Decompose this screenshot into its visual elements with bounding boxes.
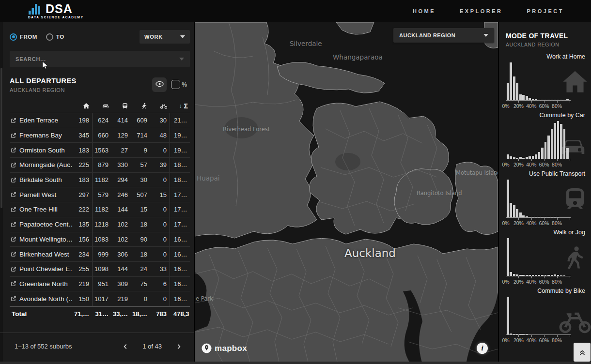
external-link-icon[interactable] [11, 133, 16, 138]
total-sum-cell: 478,3 [170, 310, 190, 318]
region-selector-value: AUCKLAND REGION [399, 32, 455, 38]
value-cell: 144 [111, 265, 131, 273]
suburb-name-cell: One Tree Hill [10, 206, 73, 213]
page-indicator: 1 of 43 [142, 343, 162, 350]
suburb-row[interactable]: Parnell West2975792465071517… [10, 187, 190, 202]
search-input[interactable] [16, 56, 179, 62]
visibility-toggle-button[interactable] [152, 77, 167, 92]
nav-item-project[interactable]: PROJECT [527, 8, 564, 14]
sum-cell: 18… [170, 158, 190, 172]
external-link-icon[interactable] [11, 281, 16, 287]
public-transport-icon[interactable] [111, 102, 131, 110]
chart-title: Use Public Transport [499, 170, 591, 179]
suburb-name-cell: Greenlane North [10, 280, 73, 288]
value-cell: 222 [73, 206, 92, 213]
suburb-row[interactable]: Papatoetoe Cent…135121810218017… [10, 217, 190, 232]
x-tick-label: 0% [499, 103, 513, 109]
nav-item-explorer[interactable]: EXPLORER [460, 8, 503, 14]
chart-title: Commute by Car [499, 112, 591, 120]
mode-of-travel-panel: MODE OF TRAVEL AUCKLAND REGION Work at H… [499, 22, 591, 364]
home-icon[interactable] [73, 102, 92, 110]
value-cell: 414 [111, 117, 131, 124]
external-link-icon[interactable] [11, 266, 16, 272]
region-selector-dropdown[interactable]: AUCKLAND REGION [393, 28, 494, 43]
radio-selected-icon[interactable] [10, 33, 17, 41]
mapbox-attribution[interactable]: mapbox [201, 343, 247, 354]
suburb-row[interactable]: Morningside (Auc…225879330573918… [10, 158, 190, 173]
value-cell: 246 [111, 191, 131, 198]
x-tick-label: 40% [525, 337, 538, 343]
suburb-row[interactable]: Greenlane North21995130975616… [10, 277, 190, 292]
map-info-button[interactable]: i [477, 343, 488, 354]
value-cell: 234 [73, 251, 92, 258]
value-cell: 30 [131, 176, 150, 183]
external-link-icon[interactable] [11, 207, 16, 212]
chart-title: Work at Home [499, 53, 591, 61]
percent-checkbox-label: % [182, 81, 187, 88]
value-cell: 951 [92, 277, 111, 291]
value-cell: 507 [131, 191, 150, 198]
suburb-row[interactable]: Avondale North (…15010172190016… [10, 291, 190, 306]
sum-cell: 16… [170, 247, 190, 261]
value-cell: 0 [131, 295, 150, 303]
nav-item-home[interactable]: HOME [413, 8, 435, 14]
suburb-name-cell: Papatoetoe Cent… [10, 221, 73, 228]
chart-plot [506, 120, 574, 159]
sum-cell: 17… [170, 217, 190, 232]
value-cell: 1563 [92, 143, 111, 157]
prev-page-button[interactable] [121, 342, 130, 351]
suburb-row[interactable]: Point Chevalier E…2551098144243316… [10, 262, 190, 277]
brand-name: DSA [46, 3, 73, 15]
suburb-row[interactable]: Eden Terrace1986244146093021… [10, 113, 190, 128]
suburb-name: Morningside (Auc… [19, 161, 73, 168]
external-link-icon[interactable] [11, 118, 16, 123]
map-canvas[interactable]: SilverdaleWhangaparaoaRiverhead ForestHu… [195, 22, 498, 364]
external-link-icon[interactable] [11, 296, 16, 302]
suburb-row[interactable]: Mount Wellingto…156108310290016… [10, 232, 190, 247]
work-dropdown[interactable]: WORK [140, 30, 190, 44]
suburb-name: Birkenhead West [19, 251, 69, 258]
suburb-name: Eden Terrace [19, 117, 58, 124]
value-cell: 30 [150, 117, 170, 124]
to-radio[interactable]: TO [46, 33, 64, 41]
radio-unselected-icon[interactable] [46, 33, 53, 41]
bike-icon[interactable] [150, 102, 170, 110]
map-render [195, 22, 498, 364]
suburb-name: Point Chevalier E… [19, 265, 73, 273]
suburb-search[interactable] [10, 51, 190, 67]
departures-table: ↓Σ Eden Terrace1986244146093021…Freemans… [10, 99, 190, 321]
suburb-name: Parnell West [19, 191, 56, 198]
value-cell: 102 [111, 221, 131, 228]
suburb-row[interactable]: Birkdale South183118229430018… [10, 173, 190, 188]
external-link-icon[interactable] [11, 177, 16, 183]
next-page-button[interactable] [174, 342, 183, 351]
x-tick-label: 40% [525, 220, 538, 226]
suburb-row[interactable]: Ormiston South1831563279019… [10, 143, 190, 158]
external-link-icon[interactable] [11, 162, 16, 168]
histogram-bars [506, 62, 570, 100]
chart-plot [506, 296, 574, 334]
suburb-row[interactable]: Freemans Bay3456601297144819… [10, 128, 190, 143]
external-link-icon[interactable] [11, 251, 16, 257]
car-icon[interactable] [92, 102, 111, 110]
suburb-row[interactable]: One Tree Hill222118214415017… [10, 202, 190, 217]
percent-checkbox[interactable] [171, 80, 180, 89]
chevron-down-icon [179, 58, 184, 61]
external-link-icon[interactable] [11, 147, 16, 153]
suburb-name: Freemans Bay [19, 132, 62, 139]
external-link-icon[interactable] [11, 236, 16, 242]
x-axis-labels: 0%20%40%60%80% [506, 279, 574, 286]
value-cell: 330 [111, 161, 131, 168]
horizontal-scrollbar[interactable] [0, 362, 591, 364]
external-link-icon[interactable] [11, 192, 16, 197]
sum-cell: 16… [170, 291, 190, 306]
sum-sort-header[interactable]: ↓Σ [170, 99, 190, 113]
suburb-name-cell: Birkenhead West [10, 251, 73, 258]
total-value-cell: 71,… [73, 310, 92, 318]
walk-icon[interactable] [131, 102, 150, 110]
external-link-icon[interactable] [11, 222, 16, 228]
value-cell: 18 [131, 251, 150, 258]
suburb-row[interactable]: Birkenhead West23499930618016… [10, 247, 190, 262]
scroll-to-top-button[interactable] [574, 343, 591, 362]
from-radio[interactable]: FROM [10, 33, 37, 41]
